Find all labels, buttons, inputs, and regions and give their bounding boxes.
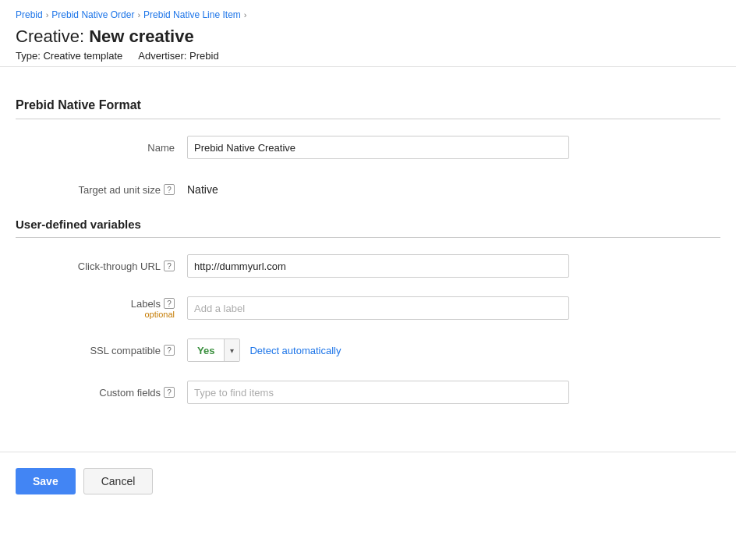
breadcrumb-sep-1: › bbox=[46, 10, 49, 19]
target-row: Target ad unit size ? Native bbox=[16, 175, 720, 204]
name-input[interactable] bbox=[187, 136, 569, 159]
type-value: Creative template bbox=[43, 50, 122, 62]
target-ad-value: Native bbox=[187, 183, 218, 196]
target-label: Target ad unit size ? bbox=[16, 184, 187, 196]
page-title-prefix: Creative: bbox=[16, 27, 84, 46]
custom-fields-row: Custom fields ? bbox=[16, 378, 720, 406]
cancel-button[interactable]: Cancel bbox=[83, 468, 154, 494]
ssl-help-icon[interactable]: ? bbox=[164, 345, 175, 356]
breadcrumb-link-prebid[interactable]: Prebid bbox=[16, 9, 43, 20]
page-title: Creative: New creative bbox=[16, 27, 720, 47]
clickthrough-input[interactable] bbox=[187, 254, 569, 278]
labels-control bbox=[187, 296, 569, 320]
breadcrumb-sep-2: › bbox=[137, 10, 140, 19]
labels-label: Labels ? optional bbox=[16, 298, 187, 319]
section-title: Prebid Native Format bbox=[16, 98, 720, 119]
ssl-row: SSL compatible ? Yes ▾ Detect automatica… bbox=[16, 336, 720, 364]
page-meta: Type: Creative template Advertiser: Preb… bbox=[16, 50, 720, 62]
breadcrumb-sep-3: › bbox=[244, 10, 247, 19]
custom-fields-input[interactable] bbox=[187, 381, 569, 404]
main-content: Prebid Native Format Name Target ad unit… bbox=[0, 67, 736, 436]
breadcrumb: Prebid › Prebid Native Order › Prebid Na… bbox=[16, 9, 720, 20]
footer-actions: Save Cancel bbox=[0, 452, 736, 510]
type-label: Type: Creative template bbox=[16, 50, 122, 62]
name-row: Name bbox=[16, 133, 720, 161]
labels-optional: optional bbox=[144, 310, 175, 319]
clickthrough-control bbox=[187, 254, 569, 278]
custom-fields-label: Custom fields ? bbox=[16, 387, 187, 399]
labels-row: Labels ? optional bbox=[16, 294, 720, 322]
save-button[interactable]: Save bbox=[16, 468, 76, 494]
ssl-toggle-row: Yes ▾ Detect automatically bbox=[187, 338, 569, 362]
clickthrough-help-icon[interactable]: ? bbox=[164, 261, 175, 271]
labels-label-block: Labels ? optional bbox=[131, 298, 175, 319]
page-title-bold: New creative bbox=[89, 27, 194, 46]
breadcrumb-link-order[interactable]: Prebid Native Order bbox=[51, 9, 134, 20]
ssl-dropdown-arrow[interactable]: ▾ bbox=[224, 339, 239, 361]
custom-fields-help-icon[interactable]: ? bbox=[164, 387, 175, 398]
advertiser-value: Prebid bbox=[189, 50, 219, 62]
breadcrumb-link-lineitem[interactable]: Prebid Native Line Item bbox=[143, 9, 241, 20]
target-help-icon[interactable]: ? bbox=[164, 184, 175, 195]
clickthrough-row: Click-through URL ? bbox=[16, 252, 720, 280]
breadcrumb-bar: Prebid › Prebid Native Order › Prebid Na… bbox=[0, 0, 736, 67]
ssl-label: SSL compatible ? bbox=[16, 345, 187, 356]
name-label: Name bbox=[16, 142, 187, 154]
name-control bbox=[187, 136, 569, 159]
ssl-control: Yes ▾ Detect automatically bbox=[187, 338, 569, 362]
user-defined-section-title: User-defined variables bbox=[16, 218, 720, 238]
labels-help-icon[interactable]: ? bbox=[164, 298, 175, 309]
clickthrough-label: Click-through URL ? bbox=[16, 261, 187, 272]
target-value: Native bbox=[187, 183, 569, 196]
ssl-toggle[interactable]: Yes ▾ bbox=[187, 338, 240, 362]
advertiser-label: Advertiser: Prebid bbox=[138, 50, 218, 62]
detect-auto-link[interactable]: Detect automatically bbox=[249, 345, 341, 356]
ssl-yes-button[interactable]: Yes bbox=[188, 339, 224, 361]
labels-input[interactable] bbox=[187, 296, 569, 320]
custom-fields-control bbox=[187, 381, 569, 404]
